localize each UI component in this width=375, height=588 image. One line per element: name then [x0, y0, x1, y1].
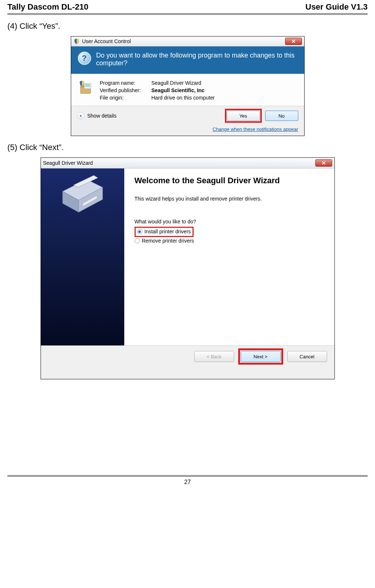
show-details-label[interactable]: Show details — [87, 113, 117, 119]
wizard-title-text: Seagull Driver Wizard — [43, 160, 93, 166]
chevron-down-icon: ▾ — [80, 114, 82, 118]
radio-install-drivers[interactable]: Install printer drivers — [137, 228, 191, 235]
wizard-titlebar: Seagull Driver Wizard — [41, 158, 334, 168]
page-header: Tally Dascom DL-210 User Guide V1.3 — [7, 0, 368, 15]
svg-rect-4 — [85, 86, 90, 87]
wizard-description: This wizard helps you install and remove… — [135, 196, 326, 202]
expand-details-button[interactable]: ▾ — [77, 112, 84, 119]
wizard-dialog: Seagull Driver Wizard Welcome to the Sea… — [41, 157, 335, 379]
close-icon — [292, 39, 295, 43]
wizard-heading: Welcome to the Seagull Driver Wizard — [135, 176, 326, 185]
uac-titlebar: User Account Control — [71, 36, 304, 46]
wizard-question: What would you like to do? — [135, 219, 326, 225]
label-program: Program name: — [100, 80, 152, 86]
wizard-sidebar — [41, 168, 124, 345]
uac-body: Program name: Seagull Driver Wizard Veri… — [71, 74, 304, 106]
value-program: Seagull Driver Wizard — [152, 80, 215, 86]
close-button[interactable] — [315, 159, 332, 167]
close-button[interactable] — [285, 38, 302, 45]
uac-dialog: User Account Control ? Do you want to al… — [71, 36, 305, 136]
radio-icon — [137, 229, 142, 234]
radio-icon — [135, 238, 140, 243]
header-left: Tally Dascom DL-210 — [7, 2, 88, 12]
radio-remove-drivers[interactable]: Remove printer drivers — [135, 237, 326, 244]
printer-icon — [59, 175, 107, 216]
value-publisher: Seagull Scientific, Inc — [152, 87, 215, 93]
value-origin: Hard drive on this computer — [152, 95, 215, 101]
close-icon — [322, 161, 326, 165]
radio-install-label: Install printer drivers — [145, 229, 191, 234]
yes-button[interactable]: Yes — [227, 111, 260, 121]
step-4-text: (4) Click “Yes”. — [7, 21, 368, 31]
next-button[interactable]: Next > — [241, 351, 281, 362]
uac-question-text: Do you want to allow the following progr… — [96, 52, 298, 67]
uac-info-grid: Program name: Seagull Driver Wizard Veri… — [100, 80, 215, 101]
header-right: User Guide V1.3 — [305, 2, 368, 12]
back-button: < Back — [194, 351, 234, 362]
label-publisher: Verified publisher: — [100, 87, 152, 93]
wizard-footer: < Back Next > Cancel — [41, 345, 334, 379]
question-icon: ? — [78, 52, 91, 65]
cancel-button[interactable]: Cancel — [287, 351, 327, 362]
wizard-main: Welcome to the Seagull Driver Wizard Thi… — [124, 168, 334, 345]
shield-icon — [73, 38, 80, 45]
uac-question-banner: ? Do you want to allow the following pro… — [71, 46, 304, 74]
radio-remove-label: Remove printer drivers — [142, 238, 194, 244]
label-origin: File origin: — [100, 95, 152, 101]
uac-footer: ▾ Show details Yes No Change when these … — [71, 106, 304, 136]
step-5-text: (5) Click “Next”. — [7, 143, 368, 152]
no-button[interactable]: No — [265, 111, 298, 121]
uac-settings-link[interactable]: Change when these notifications appear — [77, 126, 298, 132]
uac-title-text: User Account Control — [82, 38, 131, 44]
page-footer: 27 — [7, 475, 368, 488]
installer-icon — [78, 80, 94, 96]
svg-rect-3 — [85, 84, 90, 85]
page-number: 27 — [184, 479, 191, 485]
